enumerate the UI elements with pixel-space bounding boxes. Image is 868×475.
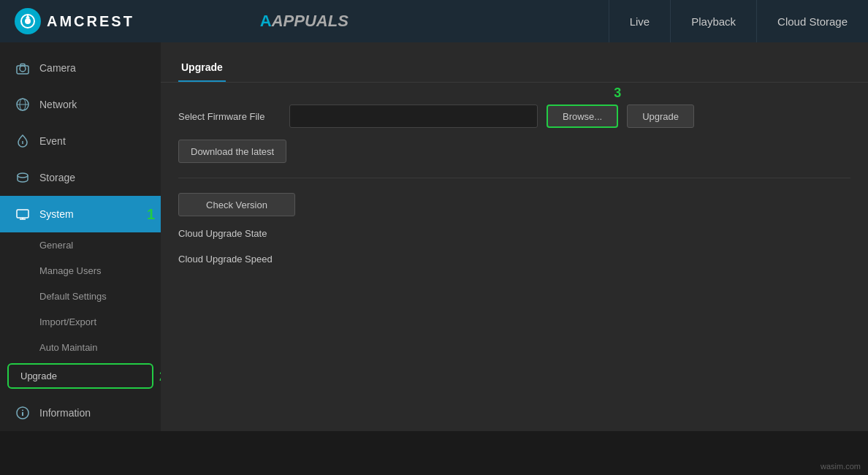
upgrade-button[interactable]: Upgrade (627, 104, 694, 128)
content-body: Select Firmware File Browse... 3 Upgrade… (161, 83, 868, 431)
svg-point-9 (18, 173, 28, 178)
watermark-text: AAPPUALS (0, 12, 609, 31)
sidebar-camera-label: Camera (39, 62, 76, 74)
main-area: Camera Network (0, 42, 868, 431)
network-icon (15, 96, 31, 113)
event-icon (15, 133, 31, 149)
camera-icon (15, 60, 31, 76)
sidebar-sub-auto-maintain[interactable]: Auto Maintain (0, 335, 161, 360)
cloud-upgrade-speed-row: Cloud Upgrade Speed (178, 251, 850, 267)
sidebar-item-network[interactable]: Network (0, 86, 161, 123)
information-icon (15, 405, 31, 421)
watermark-a: A (260, 12, 272, 30)
lower-section: Check Version Cloud Upgrade State Cloud … (178, 193, 850, 267)
content-header: Upgrade (161, 42, 868, 83)
sidebar-storage-label: Storage (39, 172, 75, 183)
tab-upgrade[interactable]: Upgrade (178, 54, 226, 82)
header: AMCREST AAPPUALS Live Playback Cloud Sto… (0, 0, 868, 42)
svg-rect-10 (17, 210, 28, 218)
sidebar-item-information[interactable]: Information (0, 395, 161, 431)
divider (178, 178, 850, 178)
sidebar-item-storage[interactable]: Storage (0, 159, 161, 196)
nav-cloud-storage[interactable]: Cloud Storage (756, 0, 868, 42)
sidebar-sub-upgrade[interactable]: Upgrade (7, 363, 153, 389)
download-latest-button[interactable]: Download the latest (178, 140, 286, 163)
sidebar-sub-manage-users[interactable]: Manage Users (0, 258, 161, 284)
watermark-rest: APPUALS (272, 12, 349, 30)
sidebar-item-camera[interactable]: Camera (0, 50, 161, 86)
sidebar: Camera Network (0, 42, 161, 431)
svg-point-15 (22, 410, 23, 411)
firmware-row: Select Firmware File Browse... 3 Upgrade (178, 104, 850, 128)
check-version-button[interactable]: Check Version (178, 193, 295, 216)
cloud-upgrade-state-row: Cloud Upgrade State (178, 225, 850, 242)
svg-point-3 (20, 66, 26, 72)
svg-rect-4 (17, 66, 28, 74)
step-3-number: 3 (614, 86, 621, 101)
sidebar-sub-import-export[interactable]: Import/Export (0, 309, 161, 335)
step-2-number: 2 (159, 368, 161, 384)
sidebar-information-label: Information (39, 407, 91, 419)
nav-live[interactable]: Live (609, 0, 671, 42)
sidebar-sub-default-settings[interactable]: Default Settings (0, 284, 161, 309)
firmware-label: Select Firmware File (178, 111, 281, 122)
tab-bar: Upgrade (178, 54, 850, 82)
sidebar-system-label: System (39, 208, 74, 220)
header-nav: Live Playback Cloud Storage (609, 0, 868, 42)
sidebar-network-label: Network (39, 99, 77, 110)
content-area: Upgrade Select Firmware File Browse... 3… (161, 42, 868, 431)
watermark-br: wasim.com (821, 462, 861, 471)
system-icon (15, 206, 31, 222)
download-latest-row: Download the latest (178, 140, 850, 163)
step-1-number: 1 (147, 206, 155, 223)
sidebar-sub-general[interactable]: General (0, 232, 161, 258)
firmware-file-input[interactable] (289, 104, 538, 128)
nav-playback[interactable]: Playback (670, 0, 756, 42)
sidebar-item-system[interactable]: System 1 (0, 196, 161, 232)
storage-icon (15, 170, 31, 186)
sidebar-item-event[interactable]: Event (0, 123, 161, 159)
browse-button[interactable]: Browse... (547, 104, 618, 128)
sidebar-event-label: Event (39, 135, 66, 147)
